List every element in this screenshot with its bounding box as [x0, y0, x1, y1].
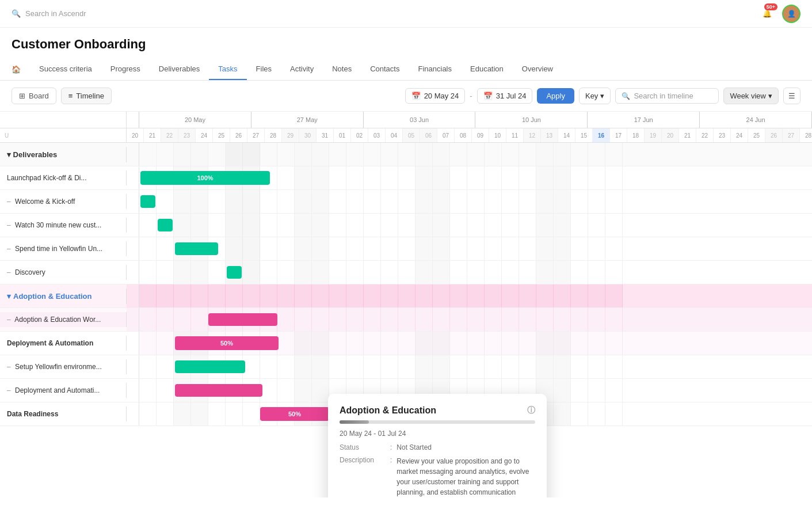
- day-27b: 27: [783, 128, 800, 142]
- day-04: 04: [386, 128, 403, 142]
- board-button[interactable]: ⊞ Board: [12, 88, 56, 104]
- page-title: Customer Onboarding: [12, 37, 800, 52]
- deliverables-cells: [139, 143, 812, 166]
- calendar-icon: 📅: [411, 92, 421, 100]
- day-header: U 20 21 22 23 24 25 26 27 28 29 30 31 01…: [0, 128, 812, 143]
- day-22b: 22: [696, 128, 714, 142]
- key-button[interactable]: Key ▾: [579, 88, 611, 104]
- day-06: 06: [420, 128, 437, 142]
- date-to-input[interactable]: 📅 31 Jul 24: [477, 88, 533, 104]
- cell: [346, 143, 364, 166]
- tab-education[interactable]: Education: [461, 59, 513, 80]
- bar-adoption-workshop[interactable]: [208, 313, 277, 326]
- search-timeline-input[interactable]: 🔍 Search in timeline: [615, 88, 719, 104]
- day-25b: 25: [748, 128, 765, 142]
- spend-cells: [139, 237, 812, 260]
- day-26b: 26: [765, 128, 783, 142]
- day-27: 27: [247, 128, 265, 142]
- tab-files[interactable]: Files: [247, 59, 281, 80]
- cell: [157, 143, 174, 166]
- tab-progress[interactable]: Progress: [101, 59, 150, 80]
- search-placeholder: Search in Ascendr: [25, 9, 86, 18]
- label-adoption-group[interactable]: ▾ Adoption & Education: [0, 288, 127, 304]
- row-adoption-workshop: – Adoption & Education Wor...: [0, 308, 812, 332]
- cell: [450, 143, 467, 166]
- timeline-button[interactable]: ≡ Timeline: [61, 88, 112, 104]
- day-28: 28: [265, 128, 282, 142]
- day-08: 08: [455, 128, 472, 142]
- cell: [554, 143, 571, 166]
- label-watch: – Watch 30 minute new cust...: [0, 218, 127, 233]
- popup-info-icon[interactable]: ⓘ: [527, 405, 535, 416]
- day-28b: 28: [800, 128, 812, 142]
- cell: [329, 143, 346, 166]
- key-label: Key: [585, 92, 598, 100]
- popup-desc-value: Review your value proposition and go to …: [397, 456, 535, 497]
- tab-notes[interactable]: Notes: [323, 59, 361, 80]
- avatar[interactable]: 👤: [782, 5, 800, 23]
- tab-activity[interactable]: Activity: [281, 59, 323, 80]
- timeline-row-label-header: [0, 112, 127, 128]
- tab-success-criteria[interactable]: Success criteria: [30, 59, 101, 80]
- popup-title-text: Adoption & Education: [340, 405, 436, 416]
- row-watch: – Watch 30 minute new cust...: [0, 214, 812, 237]
- bar-spend[interactable]: [175, 242, 218, 255]
- tab-tasks[interactable]: Tasks: [209, 59, 246, 80]
- popup-desc-label: Description: [340, 456, 386, 464]
- day-21: 21: [144, 128, 161, 142]
- bar-launchpad[interactable]: 100%: [140, 171, 270, 185]
- row-spend: – Spend time in Yellowfin Un...: [0, 237, 812, 261]
- day-05: 05: [403, 128, 420, 142]
- label-deployment: Deployment & Automation: [0, 336, 127, 351]
- bar-watch[interactable]: [158, 219, 173, 231]
- tab-overview[interactable]: Overview: [513, 59, 562, 80]
- day-22: 22: [161, 128, 178, 142]
- day-11: 11: [506, 128, 524, 142]
- home-tab[interactable]: 🏠: [12, 59, 30, 79]
- watch-cells: [139, 214, 812, 237]
- popup-title: Adoption & Education ⓘ: [340, 405, 535, 416]
- bar-welcome[interactable]: [140, 195, 155, 208]
- cell: [485, 143, 502, 166]
- label-discovery: – Discovery: [0, 265, 127, 280]
- day-19: 19: [645, 128, 662, 142]
- row-adoption-group: ▾ Adoption & Education: [0, 284, 812, 308]
- tab-contacts[interactable]: Contacts: [361, 59, 409, 80]
- group-label-deliverables[interactable]: ▾ Deliverables: [0, 147, 127, 162]
- adoption-workshop-cells: [139, 308, 812, 331]
- tab-financials[interactable]: Financials: [409, 59, 461, 80]
- day-13: 13: [541, 128, 558, 142]
- toolbar: ⊞ Board ≡ Timeline 📅 20 May 24 - 📅 31 Ju…: [0, 81, 812, 112]
- apply-button[interactable]: Apply: [537, 88, 574, 104]
- collapse-icon[interactable]: ▾: [7, 150, 11, 159]
- search-bar[interactable]: 🔍 Search in Ascendr: [12, 9, 86, 18]
- u-col-launchpad: [127, 166, 139, 189]
- label-welcome: – Welcome & Kick-off: [0, 194, 127, 209]
- notification-button[interactable]: 🔔 50+: [759, 6, 775, 22]
- search-icon: 🔍: [12, 9, 21, 18]
- notif-badge: 50+: [764, 3, 777, 10]
- week-view-button[interactable]: Week view ▾: [723, 88, 779, 104]
- row-setup: – Setup Yellowfin environme...: [0, 355, 812, 379]
- day-16: 16: [593, 128, 610, 142]
- cell: [260, 143, 277, 166]
- bar-data-readiness[interactable]: 50%: [260, 407, 329, 421]
- bar-deployment[interactable]: 50%: [175, 336, 279, 350]
- filter-button[interactable]: ☰: [783, 88, 800, 104]
- cell: [364, 143, 381, 166]
- date-from-input[interactable]: 📅 20 May 24: [405, 88, 466, 104]
- day-10: 10: [489, 128, 506, 142]
- bar-discovery[interactable]: [227, 266, 242, 279]
- row-discovery: – Discovery: [0, 261, 812, 284]
- bar-deployment-sub[interactable]: [175, 384, 262, 397]
- shade: [226, 214, 260, 237]
- discovery-cells: [139, 261, 812, 284]
- tab-deliverables[interactable]: Deliverables: [150, 59, 209, 80]
- cell-row: [139, 143, 623, 166]
- timeline-area: 20 May 27 May 03 Jun 10 Jun 17 Jun 24 Ju…: [0, 112, 812, 497]
- day-30: 30: [299, 128, 317, 142]
- bar-setup[interactable]: [175, 360, 245, 373]
- day-12: 12: [524, 128, 541, 142]
- u-col: [127, 214, 139, 237]
- week-20-may: 20 May: [139, 112, 251, 128]
